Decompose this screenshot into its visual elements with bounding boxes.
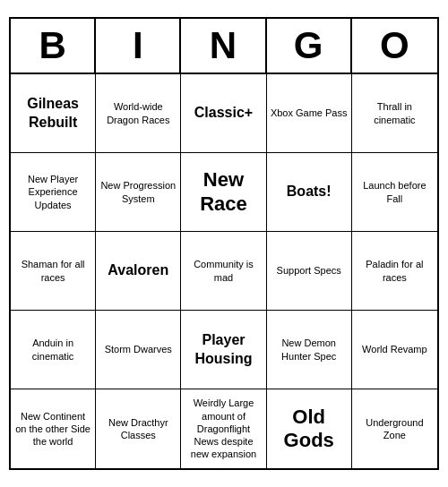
bingo-grid: Gilneas RebuiltWorld-wide Dragon RacesCl…: [11, 74, 437, 468]
bingo-cell-19: World Revamp: [352, 311, 437, 389]
bingo-cell-6: New Progression System: [96, 153, 181, 232]
bingo-letter-g: G: [267, 19, 352, 73]
bingo-cell-7: New Race: [181, 153, 266, 232]
bingo-card: BINGO Gilneas RebuiltWorld-wide Dragon R…: [9, 17, 439, 470]
bingo-cell-15: Anduin in cinematic: [11, 311, 96, 389]
bingo-cell-13: Support Specs: [267, 232, 352, 311]
bingo-header: BINGO: [11, 19, 437, 74]
bingo-cell-24: Underground Zone: [352, 389, 437, 468]
bingo-cell-0: Gilneas Rebuilt: [11, 74, 96, 153]
bingo-cell-10: Shaman for all races: [11, 232, 96, 311]
bingo-cell-5: New Player Experience Updates: [11, 153, 96, 232]
bingo-cell-12: Community is mad: [181, 232, 266, 311]
bingo-cell-8: Boats!: [267, 153, 352, 232]
bingo-letter-o: O: [352, 19, 437, 73]
bingo-cell-4: Thrall in cinematic: [352, 74, 437, 153]
bingo-cell-3: Xbox Game Pass: [267, 74, 352, 153]
bingo-cell-22: Weirdly Large amount of Dragonflight New…: [181, 389, 266, 468]
bingo-cell-21: New Dracthyr Classes: [96, 389, 181, 468]
bingo-cell-9: Launch before Fall: [352, 153, 437, 232]
bingo-cell-18: New Demon Hunter Spec: [267, 311, 352, 389]
bingo-cell-14: Paladin for al races: [352, 232, 437, 311]
bingo-cell-23: Old Gods: [267, 389, 352, 468]
bingo-letter-n: N: [181, 19, 266, 73]
bingo-cell-1: World-wide Dragon Races: [96, 74, 181, 153]
bingo-cell-2: Classic+: [181, 74, 266, 153]
bingo-letter-b: B: [11, 19, 96, 73]
bingo-cell-11: Avaloren: [96, 232, 181, 311]
bingo-cell-20: New Continent on the other Side the worl…: [11, 389, 96, 468]
bingo-letter-i: I: [96, 19, 181, 73]
bingo-cell-16: Storm Dwarves: [96, 311, 181, 389]
bingo-cell-17: Player Housing: [181, 311, 266, 389]
